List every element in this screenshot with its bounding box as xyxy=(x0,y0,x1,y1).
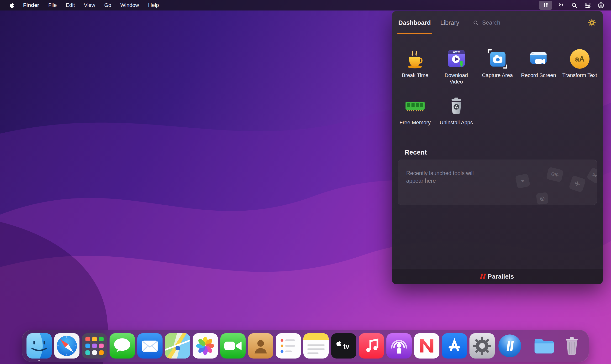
control-center-icon[interactable] xyxy=(583,1,592,10)
dock-tv[interactable]: tv xyxy=(331,333,356,359)
capture-area-icon xyxy=(485,47,509,71)
dock-messages[interactable] xyxy=(109,333,135,359)
parallels-logo-icon xyxy=(480,273,486,279)
menu-go[interactable]: Go xyxy=(100,2,116,8)
ghost-camera-icon: ◎ xyxy=(536,192,549,205)
dock-trash[interactable] xyxy=(559,333,584,359)
record-screen-icon xyxy=(527,47,550,71)
tool-label: Uninstall Apps xyxy=(440,119,473,126)
tool-label: Transform Text xyxy=(562,72,597,79)
tab-dashboard[interactable]: Dashboard xyxy=(398,11,431,34)
svg-text:aA: aA xyxy=(575,55,584,63)
tab-library[interactable]: Library xyxy=(440,11,459,34)
tool-record-screen[interactable]: Record Screen xyxy=(518,47,559,85)
dock-downloads-folder[interactable] xyxy=(531,333,557,359)
dock-photos[interactable] xyxy=(193,333,218,359)
search-input[interactable] xyxy=(482,19,584,26)
tool-label: Capture Area xyxy=(482,72,513,79)
dock: tv xyxy=(22,330,589,362)
tab-dashboard-label: Dashboard xyxy=(398,19,431,26)
dock-podcasts[interactable] xyxy=(386,333,412,359)
dock-contacts[interactable] xyxy=(248,333,273,359)
recent-heading: Recent xyxy=(405,149,427,156)
svg-text:tv: tv xyxy=(343,342,350,350)
dock-reminders[interactable] xyxy=(276,333,301,359)
tool-label: Break Time xyxy=(402,72,428,79)
ghost-airplane-icon: ✈ xyxy=(569,175,586,193)
parallels-brand: Parallels xyxy=(392,269,603,284)
panel-header: Dashboard Library xyxy=(392,11,603,34)
download-video-icon: WWW xyxy=(444,47,468,71)
header-divider xyxy=(466,18,466,27)
ghost-heart-icon: ♥ xyxy=(515,173,530,189)
tool-label: Record Screen xyxy=(521,72,556,79)
dock-facetime[interactable] xyxy=(220,333,246,359)
menu-view[interactable]: View xyxy=(80,2,100,8)
tool-free-memory[interactable]: Free Memory xyxy=(395,94,436,126)
apple-menu-icon[interactable] xyxy=(6,2,19,8)
app-menu-finder[interactable]: Finder xyxy=(19,2,44,8)
dock-parallels-desktop[interactable] xyxy=(497,333,522,359)
ram-icon xyxy=(403,94,427,118)
uninstall-apps-icon xyxy=(444,94,468,118)
coffee-cup-icon xyxy=(403,47,427,71)
dock-news[interactable] xyxy=(414,333,439,359)
recent-empty-area: Recently launched tools will appear here… xyxy=(398,160,597,205)
svg-text:WWW: WWW xyxy=(453,51,460,53)
tab-library-label: Library xyxy=(440,19,459,26)
desktop: Finder File Edit View Go Window Help xyxy=(0,0,611,364)
tool-uninstall-apps[interactable]: Uninstall Apps xyxy=(436,94,477,126)
tool-label: Download Video xyxy=(441,72,471,85)
transform-text-icon: aA xyxy=(568,47,592,71)
spotlight-search-icon[interactable] xyxy=(570,1,579,10)
dock-finder[interactable] xyxy=(27,333,52,359)
tool-break-time[interactable]: Break Time xyxy=(395,47,436,85)
dock-mail[interactable] xyxy=(137,333,162,359)
ghost-gif-icon: GIF xyxy=(546,167,564,182)
menu-help[interactable]: Help xyxy=(144,2,163,8)
menu-edit[interactable]: Edit xyxy=(61,2,80,8)
dock-safari[interactable] xyxy=(54,333,80,359)
search-field[interactable] xyxy=(473,19,584,26)
dock-system-preferences[interactable] xyxy=(469,333,495,359)
menu-file[interactable]: File xyxy=(44,2,61,8)
tool-capture-area[interactable]: Capture Area xyxy=(477,47,518,85)
menu-window[interactable]: Window xyxy=(116,2,144,8)
ghost-sticker-icon: ✂ xyxy=(586,167,597,184)
dock-separator xyxy=(527,334,527,358)
search-icon xyxy=(473,20,479,26)
dock-music[interactable] xyxy=(359,333,384,359)
settings-gear-icon[interactable] xyxy=(587,18,597,27)
tool-download-video[interactable]: WWW Download Video xyxy=(436,47,477,85)
parallels-toolbox-panel: Dashboard Library xyxy=(392,11,603,284)
dock-maps[interactable] xyxy=(165,333,190,359)
dock-launchpad[interactable] xyxy=(82,333,107,359)
tool-label: Free Memory xyxy=(399,119,431,126)
account-icon[interactable] xyxy=(596,1,606,10)
wireless-antenna-icon[interactable] xyxy=(556,1,566,10)
parallels-brand-text: Parallels xyxy=(488,273,514,280)
dock-notes[interactable] xyxy=(303,333,329,359)
tool-transform-text[interactable]: aA Transform Text xyxy=(559,47,600,85)
dock-app-store[interactable] xyxy=(442,333,467,359)
parallels-toolbox-menubar-icon[interactable] xyxy=(539,1,552,10)
menu-bar: Finder File Edit View Go Window Help xyxy=(0,0,611,11)
recent-empty-text: Recently launched tools will appear here xyxy=(406,169,485,185)
tools-grid: Break Time WWW xyxy=(395,47,600,126)
